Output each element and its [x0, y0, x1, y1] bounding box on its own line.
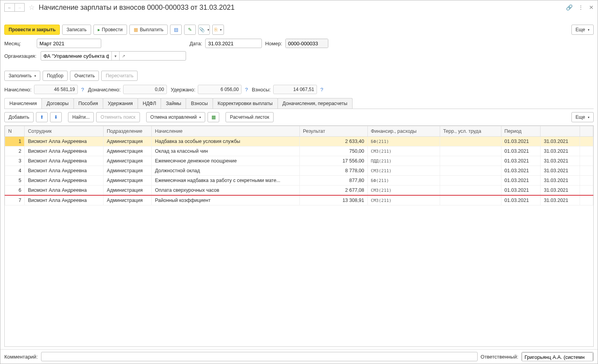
cell[interactable]: Надбавка за особые условия службы [152, 137, 300, 146]
cell[interactable]: СМЗ(211) [367, 166, 440, 176]
cell[interactable] [440, 156, 501, 166]
pick-button[interactable]: Подбор [43, 71, 68, 81]
column-header[interactable]: Период [501, 126, 541, 137]
cell[interactable]: Администрация [104, 166, 152, 176]
post-button[interactable]: ▸Провести [93, 25, 127, 35]
cell[interactable]: 31.03.2021 [541, 176, 580, 186]
cancel-fix-button[interactable]: Отмена исправлений▾ [146, 112, 206, 122]
cell[interactable]: Администрация [104, 137, 152, 146]
dropdown-icon[interactable]: ▾ [593, 352, 594, 361]
tab-0[interactable]: Начисления [4, 98, 42, 109]
cell[interactable]: СМЗ(211) [367, 186, 440, 196]
favorite-star-icon[interactable]: ☆ [29, 3, 35, 12]
cell[interactable]: 31.03.2021 [541, 146, 580, 156]
cell[interactable]: Оплата сверхурочных часов [152, 186, 300, 196]
dropdown-icon[interactable]: ▾ [111, 52, 119, 60]
cell[interactable]: БФ(211) [367, 176, 440, 186]
cell[interactable]: ПДД(211) [367, 156, 440, 166]
cell[interactable]: 17 556,00 [300, 156, 368, 166]
cell[interactable]: 4 [5, 166, 25, 176]
cell[interactable]: Висмонт Алла Андреевна [25, 195, 104, 205]
tab-4[interactable]: НДФЛ [138, 98, 161, 109]
cell[interactable]: 13 308,91 [300, 195, 368, 205]
cell[interactable]: Ежемесячная надбавка за работу с секретн… [152, 176, 300, 186]
cell[interactable]: 31.03.2021 [541, 137, 580, 146]
cell[interactable]: 01.03.2021 [501, 137, 541, 146]
more-button[interactable]: Еще▾ [571, 25, 594, 35]
find-button[interactable]: Найти... [68, 112, 94, 122]
column-header[interactable]: Терр., усл. труда [440, 126, 501, 137]
cell[interactable]: Висмонт Алла Андреевна [25, 156, 104, 166]
cell[interactable] [440, 186, 501, 196]
cell[interactable]: БФ(211) [367, 137, 440, 146]
cell[interactable]: Висмонт Алла Андреевна [25, 166, 104, 176]
cell[interactable]: 01.03.2021 [501, 176, 541, 186]
cell[interactable] [440, 176, 501, 186]
column-header[interactable]: Начисление [152, 126, 300, 137]
cell[interactable]: 8 778,00 [300, 166, 368, 176]
clear-button[interactable]: Очистить [70, 71, 99, 81]
cell[interactable]: Должностной оклад [152, 166, 300, 176]
column-header[interactable]: Финансир., расходы [367, 126, 440, 137]
pay-button[interactable]: ▦Выплатить [129, 25, 168, 35]
post-and-close-button[interactable]: Провести и закрыть [4, 25, 60, 35]
cell[interactable]: 31.03.2021 [541, 166, 580, 176]
help-icon[interactable]: ? [320, 87, 323, 93]
menu-dots-icon[interactable]: ⋮ [578, 4, 584, 11]
cell[interactable]: 1 [5, 137, 25, 146]
cell[interactable]: 2 677,08 [300, 186, 368, 196]
cell[interactable] [440, 166, 501, 176]
nav-back-button[interactable]: ← [4, 3, 14, 12]
cell[interactable]: 877,80 [300, 176, 368, 186]
column-header[interactable]: Результат [300, 126, 368, 137]
cell[interactable]: 01.03.2021 [501, 195, 541, 205]
cell[interactable]: 01.03.2021 [501, 156, 541, 166]
fill-button[interactable]: Заполнить▾ [4, 71, 40, 81]
responsible-field[interactable] [522, 352, 593, 361]
cell[interactable]: 31.03.2021 [541, 186, 580, 196]
cell[interactable] [580, 137, 593, 146]
close-icon[interactable]: ✕ [589, 4, 594, 11]
date-field[interactable] [206, 39, 262, 48]
tab-5[interactable]: Займы [161, 98, 186, 109]
save-button[interactable]: Записать [62, 25, 91, 35]
table-row[interactable]: 3Висмонт Алла АндреевнаАдминистрацияЕжем… [5, 156, 593, 166]
date-input[interactable]: 📅 [205, 39, 262, 48]
cell[interactable] [440, 146, 501, 156]
cell[interactable]: 31.03.2021 [541, 195, 580, 205]
cell[interactable]: Ежемесячное денежное поощрение [152, 156, 300, 166]
cell[interactable] [580, 156, 593, 166]
cancel-search-button[interactable]: Отменить поиск [96, 112, 140, 122]
cell[interactable] [440, 195, 501, 205]
cell[interactable]: Администрация [104, 176, 152, 186]
open-icon[interactable]: ↗ [119, 52, 127, 60]
attach-button[interactable]: 📎▾ [198, 25, 210, 35]
cell[interactable]: Висмонт Алла Андреевна [25, 186, 104, 196]
org-field[interactable] [41, 52, 111, 60]
tab-7[interactable]: Корректировки выплаты [213, 98, 278, 109]
column-header[interactable]: Сотрудник [25, 126, 104, 137]
report-button[interactable]: ▤ [170, 25, 182, 35]
accruals-grid[interactable]: NСотрудникПодразделениеНачислениеРезульт… [4, 125, 594, 347]
table-row[interactable]: 7Висмонт Алла АндреевнаАдминистрацияРайо… [5, 195, 593, 205]
cell[interactable] [580, 166, 593, 176]
table-row[interactable]: 4Висмонт Алла АндреевнаАдминистрацияДолж… [5, 166, 593, 176]
tab-1[interactable]: Договоры [41, 98, 73, 109]
cell[interactable] [580, 186, 593, 196]
tab-6[interactable]: Взносы [186, 98, 213, 109]
help-icon[interactable]: ? [81, 87, 84, 93]
cell[interactable]: 2 633,40 [300, 137, 368, 146]
cell[interactable]: 3 [5, 156, 25, 166]
help-icon[interactable]: ? [245, 87, 248, 93]
cell[interactable]: СМЗ(211) [367, 146, 440, 156]
cell[interactable]: Администрация [104, 146, 152, 156]
cell[interactable]: 01.03.2021 [501, 146, 541, 156]
cell[interactable]: Районный коэффициент [152, 195, 300, 205]
cell[interactable]: 750,00 [300, 146, 368, 156]
edit-button[interactable]: ✎ [184, 25, 196, 35]
month-field[interactable] [37, 39, 101, 48]
comment-input[interactable] [41, 352, 478, 361]
copy-button[interactable]: ⎘▾ [212, 25, 224, 35]
column-header[interactable]: Подразделение [104, 126, 152, 137]
tab-8[interactable]: Доначисления, перерасчеты [278, 98, 353, 109]
